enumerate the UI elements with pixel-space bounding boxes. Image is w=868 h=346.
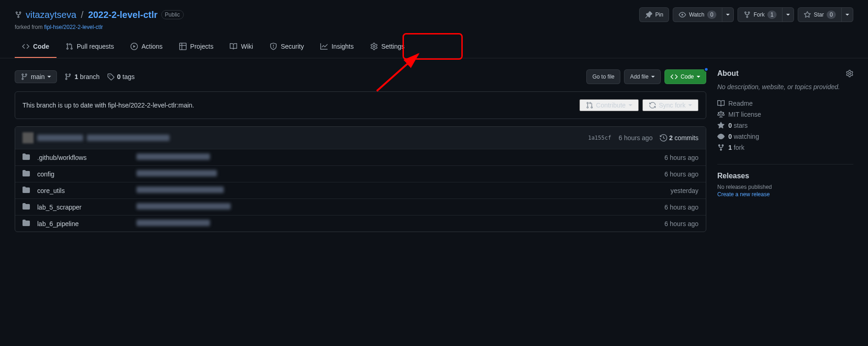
tab-security[interactable]: Security	[262, 36, 312, 58]
file-time: 6 hours ago	[652, 170, 698, 178]
tab-security-label: Security	[281, 40, 304, 53]
file-name[interactable]: core_utils	[37, 187, 129, 194]
tab-code[interactable]: Code	[15, 36, 57, 58]
repo-owner-link[interactable]: vitazaytseva	[26, 10, 76, 20]
stars-link[interactable]: 0 stars	[717, 120, 853, 131]
sync-fork-label: Sync fork	[659, 102, 686, 109]
divider	[717, 164, 853, 164]
license-label: MIT license	[728, 111, 761, 118]
releases-title: Releases	[717, 172, 853, 180]
tags-link[interactable]: 0 tags	[107, 73, 135, 80]
contribute-button[interactable]: Contribute	[579, 99, 639, 111]
commit-hash[interactable]: 1a155cf	[588, 135, 612, 141]
shield-icon	[270, 43, 277, 50]
file-list: 1a155cf 6 hours ago 2 commits .github/wo…	[15, 126, 706, 232]
commit-message-blur	[136, 187, 224, 193]
table-icon	[179, 43, 187, 50]
caret-down-icon	[688, 104, 692, 106]
tab-projects[interactable]: Projects	[172, 36, 221, 58]
file-name[interactable]: lab_5_scrapper	[37, 204, 129, 211]
goto-file-label: Go to file	[592, 72, 614, 81]
tab-settings[interactable]: Settings	[363, 36, 412, 58]
graph-icon	[320, 43, 328, 50]
sync-notice: This branch is up to date with fipl-hse/…	[15, 91, 706, 119]
pin-button[interactable]: Pin	[639, 7, 669, 22]
file-row[interactable]: lab_6_pipeline6 hours ago	[15, 215, 706, 232]
gear-icon	[370, 43, 378, 50]
file-list-header: 1a155cf 6 hours ago 2 commits	[15, 127, 706, 149]
forked-from-note: forked from fipl-hse/2022-2-level-ctlr	[15, 24, 853, 30]
folder-icon	[23, 153, 30, 162]
add-file-label: Add file	[630, 72, 648, 81]
tab-pull-requests[interactable]: Pull requests	[58, 36, 121, 58]
commit-message-blur	[136, 153, 210, 160]
tab-insights[interactable]: Insights	[313, 36, 361, 58]
fork-dropdown-button[interactable]	[783, 7, 794, 22]
eye-icon	[717, 133, 725, 140]
commit-author-avatar[interactable]	[23, 132, 34, 143]
readme-label: Readme	[728, 100, 753, 107]
forked-from-link[interactable]: fipl-hse/2022-2-level-ctlr	[44, 24, 103, 30]
tab-projects-label: Projects	[190, 40, 214, 53]
play-icon	[130, 43, 138, 50]
file-name[interactable]: .github/workflows	[37, 154, 129, 161]
readme-link[interactable]: Readme	[717, 98, 853, 109]
commit-message-blur	[136, 170, 217, 176]
file-name[interactable]: lab_6_pipeline	[37, 220, 129, 227]
tab-wiki[interactable]: Wiki	[222, 36, 260, 58]
tab-actions-label: Actions	[142, 40, 163, 53]
caret-down-icon	[47, 76, 51, 78]
branches-link[interactable]: 1 branch	[64, 73, 100, 80]
sync-fork-button[interactable]: Sync fork	[642, 99, 698, 111]
watch-dropdown-button[interactable]	[722, 7, 734, 22]
commit-message-blur	[136, 220, 210, 226]
file-time: 6 hours ago	[652, 220, 698, 227]
star-icon	[717, 122, 725, 129]
star-count: 0	[827, 11, 836, 19]
file-row[interactable]: lab_5_scrapper6 hours ago	[15, 199, 706, 215]
caret-down-icon	[629, 104, 632, 106]
branch-select-button[interactable]: main	[15, 70, 57, 83]
forks-link[interactable]: 1 fork	[717, 142, 853, 153]
code-button[interactable]: Code	[664, 69, 706, 84]
file-row[interactable]: core_utilsyesterday	[15, 182, 706, 199]
star-dropdown-button[interactable]	[842, 7, 853, 22]
create-release-link[interactable]: Create a new release	[717, 191, 770, 198]
repo-name-link[interactable]: 2022-2-level-ctlr	[88, 10, 158, 20]
book-icon	[717, 100, 725, 107]
code-icon	[22, 43, 29, 50]
goto-file-button[interactable]: Go to file	[586, 69, 620, 84]
file-name[interactable]: config	[37, 170, 129, 178]
gear-icon[interactable]	[846, 70, 853, 77]
tag-icon	[107, 73, 114, 80]
add-file-button[interactable]: Add file	[624, 69, 661, 84]
pin-label: Pin	[655, 10, 663, 19]
file-time: 6 hours ago	[652, 154, 698, 161]
watch-button[interactable]: Watch 0	[673, 7, 722, 22]
tab-settings-label: Settings	[381, 40, 405, 53]
file-time: yesterday	[652, 187, 698, 194]
file-row[interactable]: config6 hours ago	[15, 165, 706, 182]
tab-actions[interactable]: Actions	[123, 36, 170, 58]
code-button-label: Code	[681, 72, 694, 81]
tab-wiki-label: Wiki	[241, 40, 253, 53]
file-time: 6 hours ago	[652, 204, 698, 211]
commits-link[interactable]: 2 commits	[660, 134, 698, 142]
releases-none: No releases published	[717, 184, 853, 190]
file-row[interactable]: .github/workflows6 hours ago	[15, 149, 706, 165]
law-icon	[717, 111, 725, 118]
history-icon	[660, 134, 667, 142]
pull-request-icon	[66, 43, 73, 50]
star-button[interactable]: Star 0	[798, 7, 842, 22]
code-icon	[670, 73, 678, 80]
license-link[interactable]: MIT license	[717, 109, 853, 120]
watching-link[interactable]: 0 watching	[717, 131, 853, 142]
notification-dot	[704, 67, 709, 72]
fork-button[interactable]: Fork 1	[738, 7, 783, 22]
eye-icon	[679, 11, 686, 18]
commit-author-blur	[37, 135, 83, 141]
commit-message-blur	[87, 135, 170, 141]
sync-icon	[649, 102, 656, 109]
star-label: Star	[814, 10, 824, 19]
watch-label: Watch	[689, 10, 704, 19]
